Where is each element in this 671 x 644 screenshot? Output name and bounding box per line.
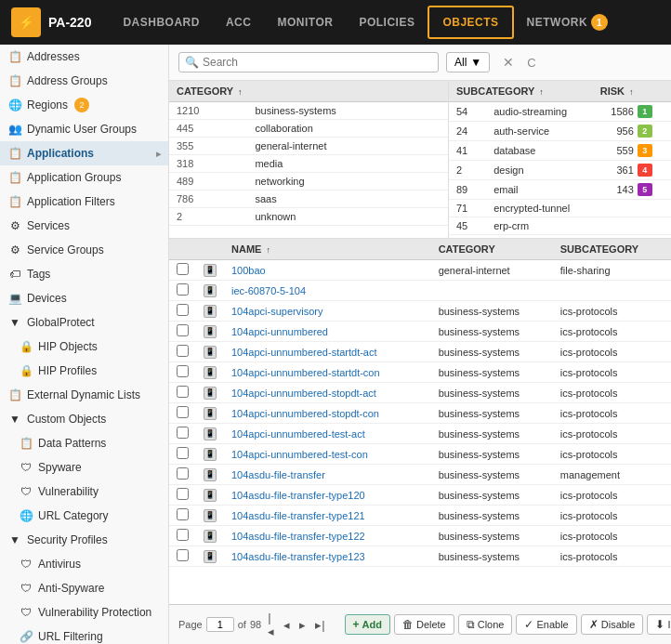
row-checkbox-cell[interactable] bbox=[169, 281, 196, 301]
page-input[interactable] bbox=[206, 617, 234, 632]
search-input-wrap[interactable]: 🔍 bbox=[178, 52, 439, 72]
close-button[interactable]: ✕ bbox=[497, 53, 520, 72]
row-checkbox-cell[interactable] bbox=[169, 301, 196, 322]
sidebar-item-antivirus[interactable]: 🛡 Antivirus bbox=[0, 552, 168, 576]
row-checkbox[interactable] bbox=[177, 365, 189, 377]
nav-acc[interactable]: ACC bbox=[213, 0, 265, 45]
sidebar-item-tags[interactable]: 🏷 Tags bbox=[0, 262, 168, 286]
sidebar-section-globalprotect[interactable]: ▼ GlobalProtect bbox=[0, 310, 168, 335]
chart-row[interactable]: 1210 business-systems bbox=[169, 102, 448, 120]
row-checkbox[interactable] bbox=[177, 549, 189, 561]
search-input[interactable] bbox=[203, 56, 432, 69]
app-name-link[interactable]: iec-60870-5-104 bbox=[231, 285, 306, 296]
sidebar-item-application-groups[interactable]: 📋 Application Groups bbox=[0, 165, 168, 190]
subcategory-row[interactable]: 71 encrypted-tunnel bbox=[449, 200, 671, 217]
row-checkbox-cell[interactable] bbox=[169, 424, 196, 444]
nav-objects[interactable]: OBJECTS bbox=[428, 6, 513, 39]
row-checkbox-cell[interactable] bbox=[169, 322, 196, 342]
row-checkbox-cell[interactable] bbox=[169, 506, 196, 526]
row-checkbox[interactable] bbox=[177, 488, 189, 500]
sidebar-item-url-category[interactable]: 🌐 URL Category bbox=[0, 504, 168, 528]
last-page-button[interactable]: ▸| bbox=[312, 617, 327, 633]
sidebar-item-services[interactable]: ⚙ Services bbox=[0, 214, 168, 238]
prev-page-button[interactable]: ◂ bbox=[281, 617, 293, 633]
sidebar-item-spyware[interactable]: 🛡 Spyware bbox=[0, 455, 168, 480]
app-name-link[interactable]: 104asdu-file-transfer bbox=[231, 469, 325, 480]
sidebar-item-data-patterns[interactable]: 📋 Data Patterns bbox=[0, 431, 168, 455]
chart-row[interactable]: 2 unknown bbox=[169, 208, 448, 226]
subcategory-row[interactable]: 41 database 5593 bbox=[449, 141, 671, 161]
row-checkbox-cell[interactable] bbox=[169, 444, 196, 465]
app-name-link[interactable]: 104asdu-file-transfer-type122 bbox=[231, 531, 365, 542]
delete-button[interactable]: 🗑Delete bbox=[394, 614, 454, 635]
row-checkbox-cell[interactable] bbox=[169, 526, 196, 546]
subcategory-row[interactable]: 264 file-sharing bbox=[449, 235, 671, 239]
sort-icon[interactable]: ↑ bbox=[539, 87, 544, 97]
row-checkbox-cell[interactable] bbox=[169, 383, 196, 403]
nav-dashboard[interactable]: DASHBOARD bbox=[110, 0, 213, 45]
name-header[interactable]: NAME ↑ bbox=[224, 239, 431, 260]
nav-network[interactable]: NETWORK 1 bbox=[514, 0, 622, 45]
sort-icon[interactable]: ↑ bbox=[629, 87, 634, 97]
category-header[interactable]: CATEGORY bbox=[431, 239, 553, 260]
row-checkbox-cell[interactable] bbox=[169, 485, 196, 506]
row-checkbox-cell[interactable] bbox=[169, 465, 196, 485]
subcategory-row[interactable]: 54 audio-streaming 15861 bbox=[449, 102, 671, 122]
app-name-link[interactable]: 104apci-unnumbered-test-con bbox=[231, 449, 368, 460]
sidebar-section-security-profiles[interactable]: ▼ Security Profiles bbox=[0, 528, 168, 552]
sidebar-item-hip-profiles[interactable]: 🔒 HIP Profiles bbox=[0, 359, 168, 383]
app-name-link[interactable]: 104asdu-file-transfer-type120 bbox=[231, 490, 365, 501]
subcategory-row[interactable]: 45 erp-crm bbox=[449, 217, 671, 235]
sort-icon[interactable]: ↑ bbox=[266, 245, 270, 255]
sidebar-item-regions[interactable]: 🌐 Regions 2 bbox=[0, 93, 168, 117]
reset-icon[interactable]: C bbox=[527, 56, 535, 70]
import-button[interactable]: ⬇Import bbox=[647, 614, 671, 635]
row-checkbox[interactable] bbox=[177, 447, 189, 459]
app-name-link[interactable]: 104apci-supervisory bbox=[231, 306, 322, 317]
row-checkbox-cell[interactable] bbox=[169, 362, 196, 383]
clone-button[interactable]: ⧉Clone bbox=[458, 614, 513, 635]
subcategory-row[interactable]: 2 design 3614 bbox=[449, 161, 671, 180]
sidebar-item-url-filtering[interactable]: 🔗 URL Filtering bbox=[0, 624, 168, 644]
row-checkbox[interactable] bbox=[177, 406, 189, 418]
app-name-link[interactable]: 104apci-unnumbered bbox=[231, 326, 328, 337]
row-checkbox[interactable] bbox=[177, 304, 189, 316]
app-name-link[interactable]: 104asdu-file-transfer-type121 bbox=[231, 510, 365, 521]
row-checkbox[interactable] bbox=[177, 427, 189, 439]
sidebar-item-hip-objects[interactable]: 🔒 HIP Objects bbox=[0, 335, 168, 359]
row-checkbox[interactable] bbox=[177, 529, 189, 541]
row-checkbox[interactable] bbox=[177, 345, 189, 357]
sidebar-item-external-dynamic-lists[interactable]: 📋 External Dynamic Lists bbox=[0, 383, 168, 407]
sidebar-item-addresses[interactable]: 📋 Addresses bbox=[0, 45, 168, 69]
sidebar-item-devices[interactable]: 💻 Devices bbox=[0, 286, 168, 310]
subcategory-header[interactable]: SUBCATEGORY bbox=[553, 239, 671, 260]
sidebar-item-vulnerability-protection[interactable]: 🛡 Vulnerability Protection bbox=[0, 600, 168, 624]
row-checkbox-cell[interactable] bbox=[169, 342, 196, 362]
app-name-link[interactable]: 104apci-unnumbered-stopdt-con bbox=[231, 408, 379, 419]
chart-row[interactable]: 489 networking bbox=[169, 173, 448, 191]
sidebar-item-address-groups[interactable]: 📋 Address Groups bbox=[0, 69, 168, 93]
next-page-button[interactable]: ▸ bbox=[296, 617, 309, 633]
sidebar-item-vulnerability[interactable]: 🛡 Vulnerability bbox=[0, 480, 168, 504]
add-button[interactable]: +Add bbox=[345, 614, 390, 635]
disable-button[interactable]: ✗Disable bbox=[581, 614, 644, 635]
chart-row[interactable]: 786 saas bbox=[169, 191, 448, 208]
sidebar-item-applications[interactable]: 📋 Applications ▸ bbox=[0, 141, 168, 165]
filter-dropdown[interactable]: All ▼ bbox=[446, 52, 490, 72]
subcategory-row[interactable]: 89 email 1435 bbox=[449, 180, 671, 200]
row-checkbox[interactable] bbox=[177, 386, 189, 398]
row-checkbox[interactable] bbox=[177, 283, 189, 296]
row-checkbox[interactable] bbox=[177, 467, 189, 480]
row-checkbox-cell[interactable] bbox=[169, 403, 196, 424]
sidebar-item-application-filters[interactable]: 📋 Application Filters bbox=[0, 190, 168, 214]
first-page-button[interactable]: |◂ bbox=[265, 610, 277, 639]
chart-row[interactable]: 318 media bbox=[169, 155, 448, 173]
app-name-link[interactable]: 104apci-unnumbered-startdt-con bbox=[231, 367, 380, 378]
row-checkbox[interactable] bbox=[177, 324, 189, 336]
app-name-link[interactable]: 104apci-unnumbered-test-act bbox=[231, 428, 365, 440]
sort-icon[interactable]: ↑ bbox=[238, 87, 243, 97]
app-name-link[interactable]: 104apci-unnumbered-stopdt-act bbox=[231, 388, 376, 399]
sidebar-section-custom-objects[interactable]: ▼ Custom Objects bbox=[0, 407, 168, 431]
app-name-link[interactable]: 104apci-unnumbered-startdt-act bbox=[231, 347, 377, 358]
row-checkbox[interactable] bbox=[177, 263, 189, 275]
